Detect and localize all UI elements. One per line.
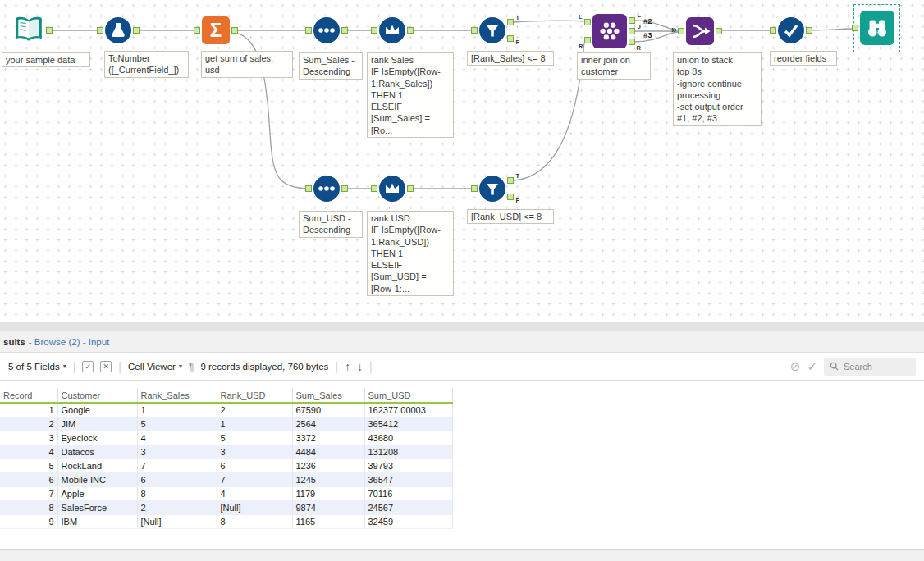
true-output-anchor[interactable] [507, 19, 514, 25]
tool-annotation[interactable]: rank USD IF IsEmpty([Row- 1:Rank_USD]) T… [367, 211, 454, 296]
tool-join[interactable]: L R L J R [592, 14, 627, 48]
data-cell[interactable]: Mobile INC [57, 472, 137, 486]
data-cell[interactable]: 131208 [364, 445, 452, 458]
move-down-icon[interactable]: ↓ [357, 360, 363, 373]
data-cell[interactable]: 365412 [364, 417, 452, 431]
workflow-canvas[interactable]: Σ T F [0, 0, 924, 322]
input-anchor[interactable] [678, 28, 684, 34]
data-cell[interactable]: 7 [217, 472, 292, 486]
data-cell[interactable]: 8 [137, 486, 217, 500]
column-header[interactable]: Customer [57, 388, 137, 403]
tool-annotation[interactable]: union to stack top 8s -ignore continue p… [673, 52, 762, 126]
left-output-anchor[interactable] [629, 17, 635, 24]
data-cell[interactable]: 6 [137, 472, 217, 486]
data-cell[interactable]: 1245 [292, 472, 364, 486]
column-header[interactable]: Sum_Sales [292, 388, 364, 403]
tool-filter-usd[interactable]: T F [479, 176, 505, 202]
input-anchor[interactable] [770, 27, 776, 34]
data-cell[interactable]: 1165 [292, 514, 364, 528]
tool-input-data[interactable] [13, 15, 44, 46]
data-cell[interactable]: 1179 [292, 486, 364, 500]
record-number-cell[interactable]: 5 [0, 458, 57, 472]
output-anchor[interactable] [716, 28, 722, 34]
data-cell[interactable]: 9874 [292, 500, 364, 514]
data-cell[interactable]: Eyeclock [57, 431, 137, 445]
record-number-cell[interactable]: 9 [0, 514, 57, 528]
data-cell[interactable]: 7 [137, 458, 217, 472]
data-cell[interactable]: 1236 [292, 458, 364, 472]
data-cell[interactable]: 5 [137, 417, 217, 431]
data-cell[interactable]: RockLand [57, 458, 137, 472]
record-number-cell[interactable]: 4 [0, 445, 57, 458]
tool-sort-usd[interactable] [313, 176, 340, 202]
tool-annotation[interactable]: Sum_USD - Descending [299, 211, 363, 238]
search-box[interactable] [824, 358, 916, 376]
column-header[interactable]: Record [0, 388, 57, 403]
data-cell[interactable]: [Null] [217, 500, 292, 514]
data-cell[interactable]: 2 [137, 500, 217, 514]
right-output-anchor[interactable] [629, 39, 635, 45]
record-number-cell[interactable]: 1 [0, 403, 57, 417]
data-cell[interactable]: 36547 [364, 472, 452, 486]
data-cell[interactable]: Apple [57, 486, 137, 500]
data-cell[interactable]: 8 [217, 514, 292, 528]
output-anchor[interactable] [231, 27, 238, 34]
record-number-cell[interactable]: 6 [0, 472, 57, 486]
input-anchor[interactable] [852, 25, 858, 31]
input-anchor[interactable] [305, 185, 312, 192]
record-number-cell[interactable]: 3 [0, 431, 57, 445]
data-cell[interactable]: 1 [137, 403, 217, 417]
data-cell[interactable]: JIM [57, 417, 137, 431]
column-header[interactable]: Rank_Sales [137, 388, 217, 403]
false-output-anchor[interactable] [507, 35, 514, 42]
data-cell[interactable]: 6 [217, 458, 292, 472]
output-anchor[interactable] [407, 27, 414, 34]
left-input-anchor[interactable] [584, 19, 591, 25]
false-output-anchor[interactable] [507, 194, 514, 200]
canvas-horizontal-scrollbar[interactable] [0, 322, 924, 331]
data-cell[interactable]: 3 [217, 445, 292, 458]
search-input[interactable] [844, 362, 909, 372]
input-anchor[interactable] [194, 27, 200, 34]
data-cell[interactable]: Google [57, 403, 137, 417]
tool-annotation[interactable]: inner join on customer [577, 52, 651, 80]
tool-multi-row-formula-usd[interactable] [379, 176, 405, 202]
tool-annotation[interactable]: Sum_Sales - Descending [299, 52, 363, 80]
data-cell[interactable]: [Null] [137, 514, 217, 528]
record-number-cell[interactable]: 8 [0, 500, 57, 514]
fields-dropdown[interactable]: 5 of 5 Fields ▾ [8, 362, 66, 372]
connection-wire[interactable] [809, 29, 852, 30]
tool-annotation[interactable]: rank Sales IF IsEmpty([Row- 1:Rank_Sales… [367, 52, 454, 138]
connection-wire[interactable] [513, 21, 583, 22]
output-anchor[interactable] [46, 27, 53, 34]
input-anchor[interactable] [305, 27, 312, 34]
deselect-all-fields-icon[interactable]: ✕ [100, 361, 112, 372]
data-cell[interactable]: 3372 [292, 431, 364, 445]
data-cell[interactable]: 4 [217, 486, 292, 500]
column-header[interactable]: Sum_USD [364, 388, 452, 403]
output-anchor[interactable] [341, 185, 348, 192]
data-cell[interactable]: 67590 [292, 403, 364, 417]
tool-annotation[interactable]: [Rank_USD] <= 8 [467, 209, 554, 224]
data-cell[interactable]: 2564 [292, 417, 364, 431]
tool-multi-row-formula-sales[interactable] [379, 17, 405, 43]
data-cell[interactable]: IBM [57, 514, 137, 528]
no-apply-icon[interactable]: ⊘ [790, 359, 801, 374]
tool-annotation[interactable]: [Rank_Sales] <= 8 [467, 51, 554, 66]
data-cell[interactable]: 70116 [364, 486, 452, 500]
input-anchor[interactable] [371, 185, 377, 192]
data-cell[interactable]: 2 [217, 403, 292, 417]
tool-annotation[interactable]: ToNumber ([_CurrentField_]) [104, 51, 189, 78]
column-header[interactable]: Rank_USD [217, 388, 292, 403]
cell-viewer-dropdown[interactable]: Cell Viewer ▾ [128, 362, 182, 372]
tool-filter-sales[interactable]: T F [479, 17, 505, 43]
select-all-fields-icon[interactable]: ✓ [82, 361, 94, 372]
true-output-anchor[interactable] [507, 177, 514, 184]
tool-browse[interactable] [860, 11, 894, 45]
record-number-cell[interactable]: 2 [0, 417, 57, 431]
tool-annotation[interactable]: reorder fields [770, 51, 837, 66]
data-cell[interactable]: 1 [217, 417, 292, 431]
move-up-icon[interactable]: ↑ [345, 360, 350, 373]
data-cell[interactable]: 24567 [364, 500, 452, 514]
tool-union[interactable] [686, 17, 714, 45]
